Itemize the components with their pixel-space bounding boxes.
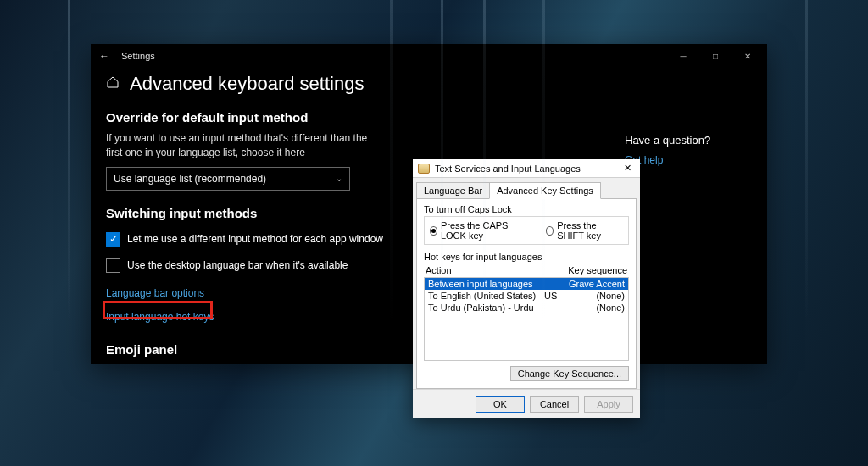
per-app-checkbox[interactable]: ✓ [106,232,120,247]
radio-shift-label: Press the SHIFT key [557,220,623,241]
language-bar-options-link[interactable]: Language bar options [106,287,204,299]
override-heading: Override for default input method [106,110,752,125]
help-column: Have a question? Get help [625,134,752,167]
close-button[interactable]: ✕ [732,44,764,68]
tab-language-bar[interactable]: Language Bar [416,182,490,199]
input-language-hotkeys-link[interactable]: Input language hot keys [106,311,214,323]
per-app-label: Let me use a different input method for … [127,233,383,245]
row-action: To Urdu (Pakistan) - Urdu [428,302,534,313]
caps-group-label: To turn off Caps Lock [424,204,629,214]
default-input-method-combo[interactable]: Use language list (recommended) ⌄ [106,167,350,191]
row-action: Between input languages [428,279,533,289]
hotkeys-list[interactable]: Between input languages Grave Accent To … [424,277,629,361]
list-item[interactable]: To English (United States) - US (None) [425,290,628,302]
override-description: If you want to use an input method that'… [106,131,369,160]
dialog-title: Text Services and Input Languages [435,164,581,174]
radio-shift-key[interactable]: Press the SHIFT key [546,220,623,241]
col-action: Action [426,265,452,275]
desktop-langbar-checkbox[interactable] [106,258,120,273]
radio-caps-lock-key[interactable]: Press the CAPS LOCK key [430,220,527,241]
row-keyseq: Grave Accent [569,279,625,289]
back-icon[interactable]: ← [99,50,109,63]
advanced-key-settings-panel: To turn off Caps Lock Press the CAPS LOC… [416,198,637,389]
dialog-tabs: Language Bar Advanced Key Settings [416,182,637,199]
apply-button[interactable]: Apply [584,396,633,413]
settings-titlebar: ← Settings ─ □ ✕ [91,44,767,68]
dialog-footer: OK Cancel Apply [413,389,640,418]
maximize-button[interactable]: □ [699,44,732,68]
radio-dot-icon [430,226,437,236]
help-question: Have a question? [625,134,752,147]
list-item[interactable]: To Urdu (Pakistan) - Urdu (None) [425,302,628,313]
desktop-langbar-label: Use the desktop language bar when it's a… [127,259,348,271]
col-keyseq: Key sequence [568,265,627,275]
radio-dot-icon [546,226,554,236]
cancel-button[interactable]: Cancel [530,396,579,413]
text-services-dialog: Text Services and Input Languages ✕ Lang… [413,159,640,418]
dialog-close-button[interactable]: ✕ [620,162,635,175]
home-icon[interactable] [106,75,120,92]
tab-advanced-key-settings[interactable]: Advanced Key Settings [489,182,601,199]
row-keyseq: (None) [596,302,625,313]
hotkeys-group-label: Hot keys for input languages [424,252,629,262]
chevron-down-icon: ⌄ [336,174,342,183]
settings-title: Settings [121,51,155,61]
dialog-titlebar: Text Services and Input Languages ✕ [413,159,640,178]
row-keyseq: (None) [596,291,625,301]
radio-caps-label: Press the CAPS LOCK key [441,220,527,241]
minimize-button[interactable]: ─ [667,44,699,68]
page-title: Advanced keyboard settings [130,73,364,95]
list-item[interactable]: Between input languages Grave Accent [425,278,628,290]
change-key-sequence-button[interactable]: Change Key Sequence... [510,366,629,381]
keyboard-icon [418,164,430,174]
ok-button[interactable]: OK [476,396,525,413]
row-action: To English (United States) - US [428,291,557,301]
combo-value: Use language list (recommended) [114,173,266,185]
